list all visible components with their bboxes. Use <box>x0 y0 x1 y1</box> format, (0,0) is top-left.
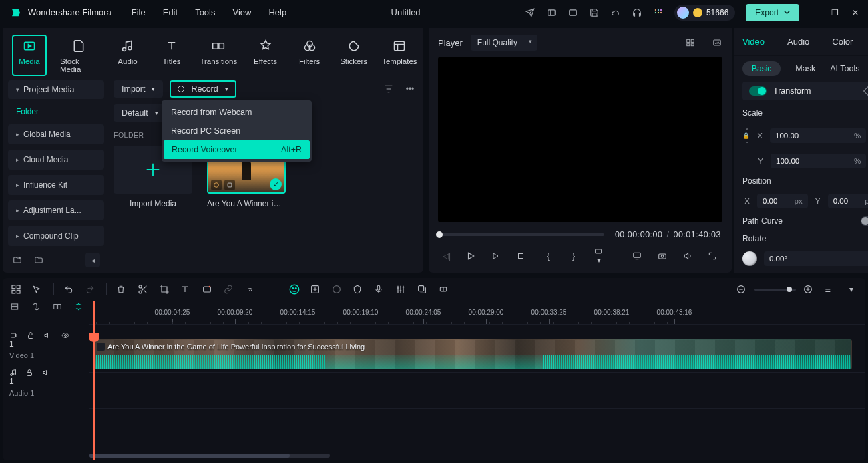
zoom-out-icon[interactable] <box>736 284 748 295</box>
video-track-head[interactable]: 1 Video 1 <box>3 329 89 365</box>
layout-1-icon[interactable] <box>546 7 557 18</box>
crop-icon[interactable] <box>159 284 171 295</box>
text-icon[interactable] <box>180 284 192 295</box>
layout-2-icon[interactable] <box>568 7 578 18</box>
mixer-icon[interactable] <box>395 284 407 295</box>
scale-x-input[interactable]: 100.00% <box>770 128 866 143</box>
tl-pointer-icon[interactable] <box>32 284 44 295</box>
collapse-sidebar-button[interactable]: ◂ <box>85 253 100 267</box>
section-transform[interactable]: Transform <box>742 82 868 100</box>
delete-icon[interactable] <box>116 284 128 295</box>
sidebar-global-media[interactable]: ▸Global Media <box>8 124 104 144</box>
circle-tool-icon[interactable] <box>331 284 343 295</box>
sidebar-adjustment-layer[interactable]: ▸Adjustment La... <box>8 200 104 220</box>
pathcurve-toggle[interactable] <box>861 216 868 226</box>
tl-layout-icon[interactable] <box>11 284 23 295</box>
subtab-ai-tools[interactable]: AI Tools <box>830 64 859 73</box>
sort-dropdown[interactable]: Default▾ <box>114 104 166 122</box>
tab-stickers[interactable]: Stickers <box>337 35 371 76</box>
menu-edit[interactable]: Edit <box>163 7 178 17</box>
prop-tab-video[interactable]: Video <box>742 37 765 47</box>
record-webcam[interactable]: Record from Webcam <box>162 103 312 122</box>
more-tools-icon[interactable]: » <box>244 285 256 294</box>
timeline-tracks[interactable]: 00:00:04:2500:00:09:2000:00:14:1500:00:1… <box>89 301 865 460</box>
tab-filters[interactable]: Filters <box>292 35 327 76</box>
window-maximize[interactable]: ❐ <box>831 8 839 17</box>
playhead[interactable] <box>93 301 95 460</box>
subtab-basic[interactable]: Basic <box>742 61 781 76</box>
save-icon[interactable] <box>589 7 600 18</box>
prop-tab-color[interactable]: Color <box>832 37 853 47</box>
prop-tab-audio[interactable]: Audio <box>787 37 809 47</box>
menu-view[interactable]: View <box>232 7 251 17</box>
record-screen[interactable]: Record PC Screen <box>162 122 312 140</box>
seek-bar[interactable] <box>439 233 604 236</box>
marker-icon[interactable] <box>417 284 429 295</box>
camera-icon[interactable] <box>657 251 669 261</box>
mic-icon[interactable] <box>374 284 386 295</box>
tab-effects[interactable]: Effects <box>248 35 283 76</box>
tab-media[interactable]: Media <box>12 35 47 76</box>
record-voiceover[interactable]: Record Voiceover Alt+R <box>164 140 310 159</box>
transform-keyframe-icon[interactable] <box>863 86 868 96</box>
mark-out-icon[interactable]: } <box>568 251 580 261</box>
video-clip[interactable]: Are You A Winner in the Game of Life Pow… <box>93 339 852 369</box>
coin-balance[interactable]: 51666 <box>674 5 735 21</box>
record-dropdown[interactable]: Record▾ <box>170 80 236 98</box>
snapshot-icon[interactable] <box>712 38 722 47</box>
link-xy-icon[interactable]: ╭🔒╰ <box>742 126 750 146</box>
tab-templates[interactable]: Templates <box>381 35 419 76</box>
quality-dropdown[interactable]: Full Quality <box>471 35 537 51</box>
sidebar-folder[interactable]: Folder <box>8 102 104 122</box>
zoom-in-icon[interactable] <box>803 284 815 295</box>
more-icon[interactable]: ••• <box>403 84 417 94</box>
tab-transitions[interactable]: Transitions <box>198 35 239 76</box>
filter-icon[interactable] <box>383 84 397 94</box>
new-folder-icon[interactable] <box>12 255 23 265</box>
scissors-icon[interactable] <box>138 284 150 295</box>
sidebar-influence-kit[interactable]: ▸Influence Kit <box>8 175 104 195</box>
enhance-icon[interactable] <box>310 284 322 295</box>
new-bin-icon[interactable] <box>33 255 44 265</box>
preview-viewport[interactable] <box>438 57 722 222</box>
sidebar-compound-clip[interactable]: ▸Compound Clip <box>8 226 104 246</box>
visibility-icon[interactable] <box>60 331 71 349</box>
rotate-knob[interactable] <box>742 251 757 266</box>
menu-tools[interactable]: Tools <box>195 7 215 17</box>
trk-mode-4-icon[interactable] <box>73 302 84 311</box>
mute-icon[interactable] <box>43 331 52 349</box>
scale-y-input[interactable]: 100.00% <box>771 154 866 168</box>
export-button[interactable]: Export <box>746 4 799 21</box>
timeline-scrollbar[interactable] <box>89 454 330 458</box>
trk-mode-3-icon[interactable] <box>52 302 63 311</box>
pos-x-input[interactable]: 0.00px <box>757 194 808 208</box>
import-dropdown[interactable]: Import▾ <box>114 80 163 98</box>
tab-stock-media[interactable]: Stock Media <box>56 35 101 76</box>
undo-icon[interactable] <box>63 285 75 294</box>
timeline-view-icon[interactable] <box>824 284 836 295</box>
window-minimize[interactable]: — <box>810 8 818 17</box>
stop-icon[interactable] <box>517 252 529 260</box>
shield-icon[interactable] <box>353 284 365 295</box>
rotate-input[interactable]: 0.00° <box>764 251 868 266</box>
apps-icon[interactable] <box>653 7 664 18</box>
keyframe-icon[interactable] <box>438 285 450 294</box>
grid-view-icon[interactable] <box>685 38 696 47</box>
zoom-slider[interactable] <box>754 289 796 291</box>
play-icon[interactable] <box>466 251 478 261</box>
fullscreen-icon[interactable] <box>708 251 720 261</box>
menu-help[interactable]: Help <box>268 7 286 17</box>
mark-in-icon[interactable]: { <box>542 251 554 261</box>
menu-file[interactable]: File <box>132 7 146 17</box>
redo-icon[interactable] <box>85 285 97 294</box>
prev-frame-icon[interactable]: ◁| <box>441 251 453 261</box>
monitor-icon[interactable] <box>632 251 644 261</box>
audio-track-head[interactable]: 1 Audio 1 <box>3 366 89 402</box>
transform-toggle[interactable] <box>749 86 767 96</box>
trk-mode-2-icon[interactable] <box>31 302 41 311</box>
window-close[interactable]: ✕ <box>852 8 859 17</box>
sidebar-project-media[interactable]: ▾Project Media <box>8 80 104 99</box>
pos-y-input[interactable]: 0.00px <box>828 194 868 208</box>
lock-icon[interactable] <box>27 331 35 349</box>
volume-icon[interactable] <box>682 251 694 261</box>
